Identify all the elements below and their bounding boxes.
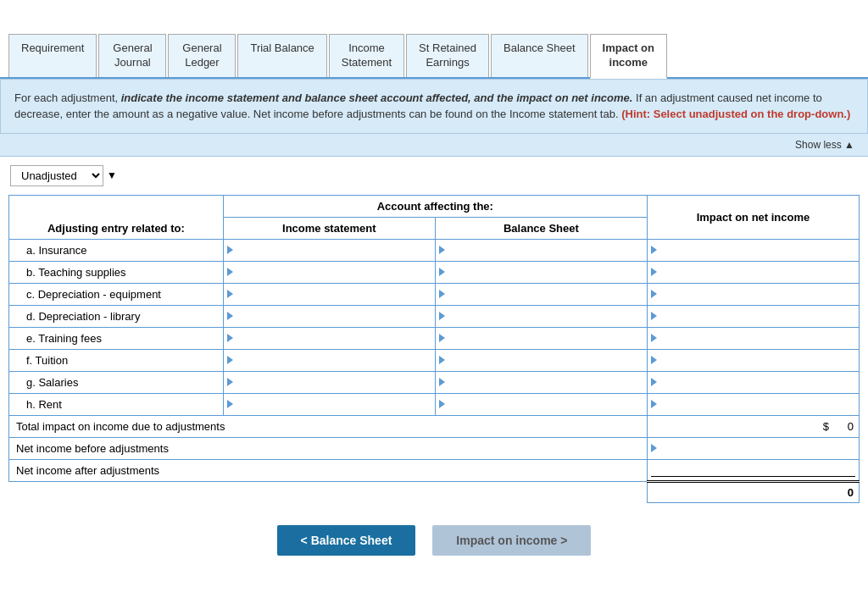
impact-input-a[interactable] [647, 239, 859, 261]
total-row: Total impact on income due to adjustment… [9, 415, 860, 437]
impact-field-e[interactable] [659, 332, 855, 345]
row-label-a: a. Insurance [9, 239, 224, 261]
arrow-icon [439, 356, 445, 364]
tab-impact-on-income[interactable]: Impact onincome [590, 34, 667, 79]
balance-sheet-field-f[interactable] [447, 354, 643, 367]
balance-sheet-field-h[interactable] [447, 398, 643, 411]
tab-requirement[interactable]: Requirement [8, 34, 97, 77]
balance-sheet-input-d[interactable] [435, 305, 647, 327]
impact-field-h[interactable] [659, 398, 855, 411]
impact-field-f[interactable] [659, 354, 855, 367]
tab-income-statement[interactable]: IncomeStatement [329, 34, 404, 77]
arrow-icon [439, 334, 445, 342]
final-empty [9, 481, 648, 502]
impact-input-f[interactable] [647, 349, 859, 371]
impact-field-b[interactable] [659, 266, 855, 279]
income-statement-field-d[interactable] [235, 310, 431, 323]
dropdown-row: Unadjusted Adjusted ▼ [0, 157, 868, 195]
income-statement-field-g[interactable] [235, 376, 431, 389]
arrow-icon [227, 312, 233, 320]
balance-sheet-input-g[interactable] [435, 371, 647, 393]
arrow-icon [651, 290, 657, 298]
show-less-button[interactable]: Show less ▲ [795, 139, 854, 151]
income-statement-input-b[interactable] [223, 261, 435, 283]
income-statement-input-e[interactable] [223, 327, 435, 349]
impact-input-h[interactable] [647, 393, 859, 415]
impact-input-d[interactable] [647, 305, 859, 327]
total-label: Total impact on income due to adjustment… [9, 415, 648, 437]
income-statement-input-c[interactable] [223, 283, 435, 305]
income-statement-input-h[interactable] [223, 393, 435, 415]
impact-input-e[interactable] [647, 327, 859, 349]
income-statement-field-b[interactable] [235, 266, 431, 279]
net-income-after-field[interactable] [651, 463, 855, 477]
impact-input-g[interactable] [647, 371, 859, 393]
tab-general-journal[interactable]: GeneralJournal [98, 34, 166, 77]
net-income-before-field[interactable] [659, 442, 855, 455]
arrow-icon [227, 268, 233, 276]
arrow-icon [227, 246, 233, 254]
impact-field-d[interactable] [659, 310, 855, 323]
arrow-icon [227, 334, 233, 342]
arrow-icon [227, 356, 233, 364]
next-button[interactable]: Impact on income > [432, 525, 591, 556]
balance-sheet-field-e[interactable] [447, 332, 643, 345]
info-box: For each adjustment, indicate the income… [0, 79, 868, 134]
table-row: d. Depreciation - library [9, 305, 860, 327]
dropdown-arrow-icon: ▼ [107, 169, 117, 181]
final-value: 0 [647, 481, 859, 502]
income-statement-field-e[interactable] [235, 332, 431, 345]
table-row: b. Teaching supplies [9, 261, 860, 283]
tab-trial-balance[interactable]: Trial Balance [237, 34, 326, 77]
income-statement-field-h[interactable] [235, 398, 431, 411]
income-statement-input-f[interactable] [223, 349, 435, 371]
net-income-before-input[interactable] [647, 437, 859, 459]
col-header-income-statement: Income statement [223, 217, 435, 239]
balance-sheet-input-a[interactable] [435, 239, 647, 261]
income-statement-field-f[interactable] [235, 354, 431, 367]
total-value: 0 [848, 420, 854, 433]
income-statement-field-a[interactable] [235, 244, 431, 257]
balance-sheet-field-b[interactable] [447, 266, 643, 279]
arrow-icon [651, 400, 657, 408]
arrow-icon [439, 246, 445, 254]
impact-field-c[interactable] [659, 288, 855, 301]
show-less-bar: Show less ▲ [0, 134, 868, 157]
tab-st-retained[interactable]: St RetainedEarnings [406, 34, 489, 77]
balance-sheet-field-c[interactable] [447, 288, 643, 301]
net-income-after-input[interactable] [647, 459, 859, 481]
arrow-icon [227, 378, 233, 386]
balance-sheet-input-b[interactable] [435, 261, 647, 283]
arrow-icon [651, 356, 657, 364]
arrow-icon [439, 290, 445, 298]
balance-sheet-field-d[interactable] [447, 310, 643, 323]
prev-button[interactable]: < Balance Sheet [277, 525, 416, 556]
balance-sheet-field-g[interactable] [447, 376, 643, 389]
tab-general-ledger[interactable]: GeneralLedger [168, 34, 236, 77]
table-row: f. Tuition [9, 349, 860, 371]
total-dollar: $ [823, 420, 829, 433]
arrow-icon [651, 444, 657, 452]
arrow-icon [439, 400, 445, 408]
table-row: e. Training fees [9, 327, 860, 349]
balance-sheet-input-e[interactable] [435, 327, 647, 349]
impact-input-c[interactable] [647, 283, 859, 305]
income-statement-input-d[interactable] [223, 305, 435, 327]
impact-field-g[interactable] [659, 376, 855, 389]
balance-sheet-input-c[interactable] [435, 283, 647, 305]
impact-field-a[interactable] [659, 244, 855, 257]
arrow-icon [651, 334, 657, 342]
income-statement-field-c[interactable] [235, 288, 431, 301]
impact-input-b[interactable] [647, 261, 859, 283]
table-row: g. Salaries [9, 371, 860, 393]
adjustment-dropdown[interactable]: Unadjusted Adjusted [10, 165, 103, 186]
balance-sheet-input-f[interactable] [435, 349, 647, 371]
col-header-balance-sheet: Balance Sheet [435, 217, 647, 239]
income-statement-input-a[interactable] [223, 239, 435, 261]
tabs-bar: Requirement GeneralJournal GeneralLedger… [0, 0, 868, 79]
table-row: h. Rent [9, 393, 860, 415]
balance-sheet-input-h[interactable] [435, 393, 647, 415]
income-statement-input-g[interactable] [223, 371, 435, 393]
balance-sheet-field-a[interactable] [447, 244, 643, 257]
tab-balance-sheet[interactable]: Balance Sheet [491, 34, 588, 77]
